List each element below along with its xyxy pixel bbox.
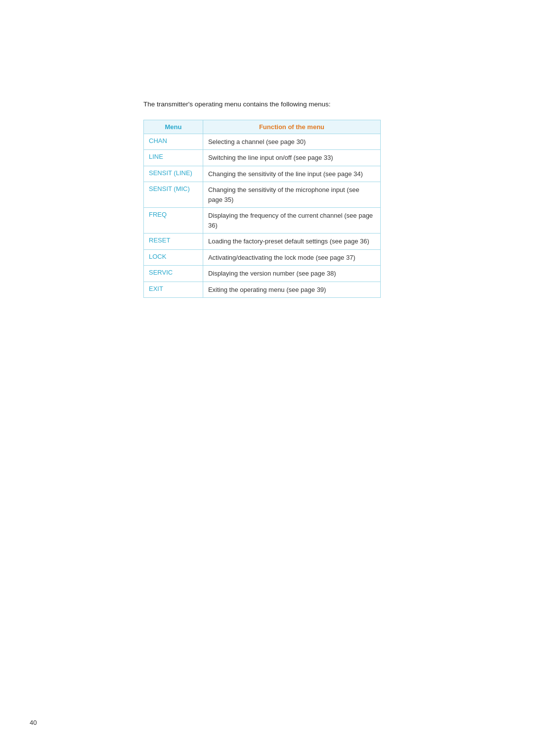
menu-desc-cell: Exiting the operating menu (see page 39) (203, 282, 380, 298)
menu-name-cell: RESET (144, 234, 203, 250)
col-header-menu: Menu (144, 120, 203, 134)
menu-desc-cell: Displaying the version number (see page … (203, 266, 380, 282)
menu-name-cell: CHAN (144, 134, 203, 150)
col-header-function: Function of the menu (203, 120, 380, 134)
menu-desc-cell: Displaying the frequency of the current … (203, 208, 380, 234)
menu-table: Menu Function of the menu CHANSelecting … (143, 120, 381, 298)
menu-desc-cell: Selecting a channel (see page 30) (203, 134, 380, 150)
table-row: RESETLoading the factory-preset default … (144, 234, 381, 250)
menu-name-cell: SENSIT (MIC) (144, 182, 203, 208)
table-header-row: Menu Function of the menu (144, 120, 381, 134)
menu-desc-cell: Activating/deactivating the lock mode (s… (203, 249, 380, 266)
menu-desc-cell: Switching the line input on/off (see pag… (203, 150, 380, 166)
menu-desc-cell: Changing the sensitivity of the line inp… (203, 166, 380, 182)
table-row: SENSIT (LINE)Changing the sensitivity of… (144, 166, 381, 182)
table-row: EXITExiting the operating menu (see page… (144, 282, 381, 298)
table-row: SERVICDisplaying the version number (see… (144, 266, 381, 282)
menu-name-cell: SERVIC (144, 266, 203, 282)
table-row: LOCKActivating/deactivating the lock mod… (144, 249, 381, 266)
table-row: CHANSelecting a channel (see page 30) (144, 134, 381, 150)
table-row: SENSIT (MIC)Changing the sensitivity of … (144, 182, 381, 208)
menu-name-cell: LINE (144, 150, 203, 166)
page-content: The transmitter's operating menu contain… (0, 0, 534, 328)
page-number: 40 (30, 719, 37, 726)
intro-paragraph: The transmitter's operating menu contain… (143, 99, 381, 110)
table-row: LINESwitching the line input on/off (see… (144, 150, 381, 166)
menu-name-cell: SENSIT (LINE) (144, 166, 203, 182)
menu-name-cell: EXIT (144, 282, 203, 298)
menu-name-cell: LOCK (144, 249, 203, 266)
table-row: FREQDisplaying the frequency of the curr… (144, 208, 381, 234)
menu-desc-cell: Changing the sensitivity of the micropho… (203, 182, 380, 208)
menu-name-cell: FREQ (144, 208, 203, 234)
menu-desc-cell: Loading the factory-preset default setti… (203, 234, 380, 250)
